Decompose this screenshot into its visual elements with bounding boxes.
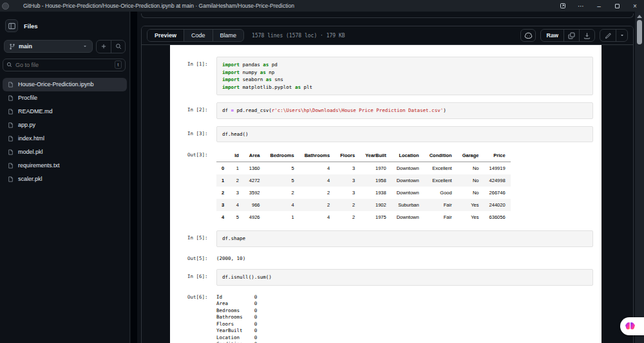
file-name: House-Orice-Prediction.ipynb — [18, 81, 94, 88]
table-cell: 4926 — [244, 211, 265, 223]
chevron-down-icon — [82, 44, 88, 49]
download-raw-button[interactable] — [579, 30, 594, 41]
table-cell: Fair — [424, 199, 457, 211]
table-cell: 1958 — [360, 174, 392, 187]
file-item[interactable]: index.html — [3, 132, 127, 145]
cell-prompt: In [3]: — [187, 126, 216, 143]
table-row: 1242725431958DowntownExcellentNo424998 — [216, 174, 511, 187]
cell-content: df = pd.read_csv(r'c:\Users\hp\Downloads… — [216, 102, 593, 119]
table-cell: 2 — [335, 199, 360, 211]
table-cell: 266746 — [484, 187, 511, 199]
code-cell: df = pd.read_csv(r'c:\Users\hp\Downloads… — [216, 102, 593, 119]
tab-restore-icon — [560, 3, 566, 9]
table-cell: 636056 — [484, 211, 511, 223]
tab-blame[interactable]: Blame — [213, 30, 244, 41]
table-header-cell: Bedrooms — [265, 149, 299, 162]
table-cell: 2 — [216, 187, 229, 199]
table-cell: 2 — [299, 199, 336, 211]
maximize-icon — [615, 4, 620, 8]
scrollbar-thumb[interactable] — [637, 20, 642, 44]
file-icon — [8, 135, 14, 142]
tab-code[interactable]: Code — [184, 30, 213, 41]
table-header-cell: Bathrooms — [299, 149, 336, 162]
table-cell: 2 — [265, 187, 299, 199]
go-to-file-input[interactable] — [15, 62, 111, 68]
ai-assistant-badge[interactable] — [620, 317, 644, 335]
window-title: GitHub - House-Price-Prediction/House-Or… — [23, 3, 294, 9]
file-item[interactable]: scaler.pkl — [3, 172, 127, 186]
copilot-button[interactable] — [520, 29, 536, 42]
table-cell: Yes — [457, 211, 484, 223]
file-name: app.py — [18, 122, 35, 128]
table-header-cell: Condition — [424, 149, 457, 162]
file-item[interactable]: README.md — [3, 105, 127, 118]
more-icon: ⋯ — [578, 3, 584, 10]
minimize-button[interactable]: – — [590, 0, 608, 12]
file-name: index.html — [18, 135, 44, 142]
table-cell: 4 — [229, 199, 244, 211]
file-info: 1578 lines (1578 loc) · 179 KB — [252, 33, 345, 39]
file-item[interactable]: model.pkl — [3, 145, 127, 159]
window-titlebar: GitHub - House-Price-Prediction/House-Or… — [0, 0, 644, 12]
copy-raw-button[interactable] — [564, 30, 579, 41]
tab-preview[interactable]: Preview — [147, 30, 184, 41]
cell-content: IdAreaBedroomsBathroomsFloorsYearBuiltLo… — [216, 149, 511, 223]
file-item[interactable]: requirements.txt — [3, 159, 127, 172]
scroll-up-arrow-icon[interactable] — [637, 15, 642, 18]
edit-dropdown-button[interactable] — [616, 30, 627, 41]
table-cell: 0 — [216, 162, 229, 175]
table-cell: Fair — [424, 211, 457, 223]
add-file-button[interactable] — [97, 41, 111, 53]
table-cell: 1975 — [360, 211, 392, 223]
cell-content: import pandas as pdimport numpy as npimp… — [216, 57, 593, 95]
file-item[interactable]: House-Orice-Prediction.ipynb — [3, 78, 127, 91]
table-cell: Excellent — [424, 162, 457, 175]
edit-button[interactable] — [600, 30, 616, 41]
table-header-cell: Area — [244, 149, 265, 162]
cell-content: df.head() — [216, 126, 593, 143]
table-cell: 4 — [299, 211, 336, 223]
brain-icon — [625, 322, 636, 331]
table-cell: 3 — [335, 162, 360, 175]
branch-selector[interactable]: main — [4, 40, 93, 53]
tab-restore-button[interactable] — [554, 0, 572, 12]
minimize-icon: – — [597, 3, 601, 10]
pencil-icon — [605, 32, 612, 39]
search-files-button[interactable] — [111, 41, 125, 53]
file-icon — [8, 108, 14, 115]
file-name: README.md — [18, 108, 53, 115]
file-item[interactable]: app.py — [3, 118, 127, 132]
table-cell: 244020 — [484, 199, 511, 211]
file-item[interactable]: Procfile — [3, 91, 127, 105]
table-cell: 4 — [299, 174, 336, 187]
go-to-file-box[interactable]: t — [3, 59, 126, 71]
cell-prompt: Out[5]: — [187, 254, 216, 263]
cell-content: df.isnull().sum() — [216, 269, 593, 286]
cell-prompt: In [1]: — [187, 57, 216, 95]
table-row: 2335922231938DowntownGoodNo266746 — [216, 187, 511, 199]
page-scrollbar[interactable] — [635, 12, 644, 343]
table-cell: 1 — [265, 211, 299, 223]
raw-button[interactable]: Raw — [541, 30, 564, 41]
table-cell: 3 — [335, 174, 360, 187]
table-cell: 966 — [244, 199, 265, 211]
table-cell: 2 — [299, 187, 336, 199]
file-icon — [8, 122, 14, 129]
table-cell: Good — [424, 187, 457, 199]
maximize-button[interactable] — [608, 0, 626, 12]
table-cell: 2 — [335, 211, 360, 223]
close-button[interactable]: × — [626, 0, 644, 12]
table-cell: 3 — [216, 199, 229, 211]
file-name: requirements.txt — [18, 162, 60, 169]
dataframe-table: IdAreaBedroomsBathroomsFloorsYearBuiltLo… — [216, 149, 511, 223]
notebook-cell: Out[5]:(2000, 10) — [187, 254, 601, 263]
collapse-sidebar-button[interactable] — [5, 19, 18, 32]
raw-actions-group: Raw — [540, 29, 595, 42]
chevron-down-icon — [620, 33, 625, 38]
table-header-cell — [216, 149, 229, 162]
git-branch-icon — [9, 43, 15, 50]
table-header-cell: YearBuilt — [360, 149, 392, 162]
branch-name: main — [19, 43, 79, 50]
more-options-button[interactable]: ⋯ — [572, 0, 590, 12]
table-cell: 1938 — [360, 187, 392, 199]
